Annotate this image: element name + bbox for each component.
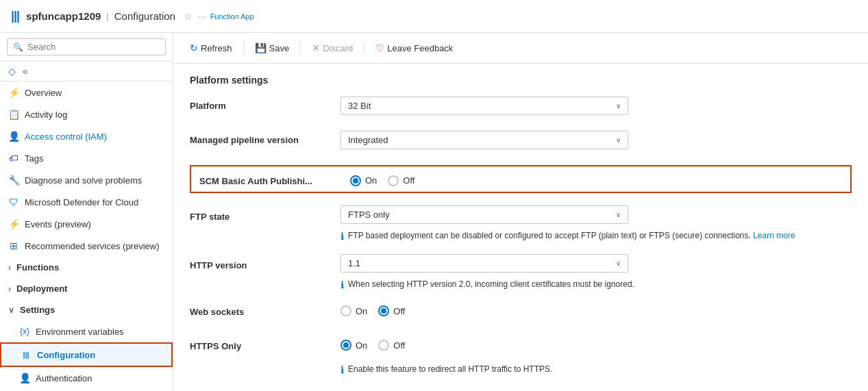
scm-on-option[interactable]: On <box>350 175 377 186</box>
managed-pipeline-field: Managed pipeline version Integrated ∨ <box>190 131 852 153</box>
sidebar-diamond-btn[interactable]: ◇ <box>7 64 17 78</box>
sidebar-item-env-vars[interactable]: {x} Environment variables <box>0 320 173 342</box>
http-version-control: 1.1 ∨ <box>340 254 628 273</box>
sidebar-item-access-control[interactable]: 👤 Access control (IAM) <box>0 125 173 147</box>
dots-icon[interactable]: ··· <box>198 11 206 22</box>
http-info: ℹ When selecting HTTP version 2.0, incom… <box>340 279 634 290</box>
ftp-info-icon: ℹ <box>340 231 344 242</box>
scm-basic-auth-field: SCM Basic Auth Publishi... On Off <box>190 165 852 193</box>
sidebar-item-events[interactable]: ⚡ Events (preview) <box>0 213 173 235</box>
sidebar-label-activity-log: Activity log <box>25 110 164 120</box>
web-sockets-on-radio[interactable] <box>340 305 351 316</box>
access-control-icon: 👤 <box>8 131 19 142</box>
sidebar-item-tags[interactable]: 🏷 Tags <box>0 147 173 169</box>
feedback-button[interactable]: ♡ Leave Feedback <box>370 40 458 56</box>
sidebar-group-settings[interactable]: ∨ Settings <box>0 299 173 320</box>
star-icon[interactable]: ☆ <box>184 11 193 22</box>
sidebar-item-overview[interactable]: ⚡ Overview <box>0 81 173 103</box>
header-separator: | <box>106 11 108 21</box>
toolbar-separator-1 <box>243 41 244 55</box>
sidebar-label-deployment: Deployment <box>16 283 164 294</box>
scm-off-radio[interactable] <box>388 175 399 186</box>
content-area: Platform settings Platform 32 Bit ∨ Mana… <box>173 64 868 391</box>
scm-on-label: On <box>365 175 377 186</box>
platform-control: 32 Bit ∨ <box>340 97 628 115</box>
configuration-icon: ||| <box>21 349 32 360</box>
activity-log-icon: 📋 <box>8 109 19 120</box>
sidebar-item-activity-log[interactable]: 📋 Activity log <box>0 103 173 125</box>
search-input[interactable] <box>27 42 160 52</box>
search-box[interactable]: 🔍 <box>7 38 166 55</box>
diagnose-icon: 🔧 <box>8 175 19 186</box>
platform-label: Platform <box>190 97 340 111</box>
web-sockets-off-radio[interactable] <box>378 305 389 316</box>
sidebar-item-diagnose[interactable]: 🔧 Diagnose and solve problems <box>0 169 173 191</box>
scm-radio-group: On Off <box>350 173 414 186</box>
platform-select[interactable]: 32 Bit ∨ <box>340 97 628 115</box>
recommended-icon: ⊞ <box>8 240 19 251</box>
https-only-info: ℹ Enable this feature to redirect all HT… <box>340 364 820 375</box>
https-only-info-text: Enable this feature to redirect all HTTP… <box>348 364 552 374</box>
web-sockets-radio-group: On Off <box>340 303 405 316</box>
save-button[interactable]: 💾 Save <box>249 40 295 56</box>
ftp-select[interactable]: FTPS only ∨ <box>340 205 628 224</box>
http-version-select[interactable]: 1.1 ∨ <box>340 254 628 273</box>
scm-off-label: Off <box>403 175 414 186</box>
ftp-learn-more-link[interactable]: Learn more <box>753 231 795 240</box>
sidebar-collapse-btn[interactable]: « <box>21 64 29 78</box>
sidebar-search-area: 🔍 <box>0 33 173 62</box>
web-sockets-label: Web sockets <box>190 303 340 317</box>
ftp-value: FTPS only <box>348 210 390 220</box>
sidebar-label-defender: Microsoft Defender for Cloud <box>25 197 164 207</box>
http-version-field: HTTP version 1.1 ∨ ℹ When selecting HTTP… <box>190 254 852 290</box>
https-only-info-icon: ℹ <box>340 364 344 375</box>
sidebar-items: ⚡ Overview 📋 Activity log 👤 Access contr… <box>0 81 173 391</box>
sidebar-item-recommended[interactable]: ⊞ Recommended services (preview) <box>0 235 173 257</box>
sidebar: 🔍 ◇ « ⚡ Overview 📋 Activity log 👤 Access… <box>0 33 173 391</box>
refresh-button[interactable]: ↻ Refresh <box>184 40 238 56</box>
web-sockets-off-option[interactable]: Off <box>378 305 405 316</box>
discard-icon: ✕ <box>312 42 320 53</box>
settings-chevron: ∨ <box>8 305 14 315</box>
feedback-icon: ♡ <box>375 42 384 53</box>
managed-pipeline-chevron: ∨ <box>616 136 621 144</box>
discard-button[interactable]: ✕ Discard <box>306 40 358 56</box>
scm-on-indicator <box>353 178 358 184</box>
https-only-on-option[interactable]: On <box>340 340 367 351</box>
http-version-chevron: ∨ <box>616 260 621 267</box>
feedback-label: Leave Feedback <box>387 43 453 53</box>
scm-off-option[interactable]: Off <box>388 175 414 186</box>
toolbar: ↻ Refresh 💾 Save ✕ Discard ♡ Leave Feedb… <box>173 33 868 64</box>
sidebar-item-defender[interactable]: 🛡 Microsoft Defender for Cloud <box>0 191 173 213</box>
sidebar-label-tags: Tags <box>25 153 164 164</box>
https-only-off-label: Off <box>393 340 405 351</box>
sidebar-item-authentication[interactable]: 👤 Authentication <box>0 367 173 389</box>
save-icon: 💾 <box>255 42 266 53</box>
toolbar-separator-3 <box>364 41 364 55</box>
tags-icon: 🏷 <box>8 153 19 164</box>
toolbar-separator-2 <box>300 41 301 55</box>
app-header: ||| spfuncapp1209 | Configuration ☆ ··· … <box>0 0 868 33</box>
search-icon: 🔍 <box>13 42 23 52</box>
managed-pipeline-label: Managed pipeline version <box>190 131 340 145</box>
ftp-label: FTP state <box>190 207 340 222</box>
https-only-off-option[interactable]: Off <box>378 340 405 351</box>
https-only-radio-group: On Off <box>340 337 405 351</box>
scm-on-radio[interactable] <box>350 175 361 186</box>
function-app-subtitle: Function App <box>210 12 254 21</box>
web-sockets-field: Web sockets On Off <box>190 303 852 325</box>
sidebar-group-deployment[interactable]: › Deployment <box>0 278 173 299</box>
https-only-row: HTTPS Only On Off <box>190 337 852 359</box>
https-only-off-radio[interactable] <box>378 340 389 351</box>
web-sockets-on-option[interactable]: On <box>340 305 367 316</box>
save-label: Save <box>269 43 290 53</box>
sidebar-label-diagnose: Diagnose and solve problems <box>25 175 164 186</box>
authentication-icon: 👤 <box>19 373 30 383</box>
managed-pipeline-select[interactable]: Integrated ∨ <box>340 131 628 149</box>
app-name: spfuncapp1209 <box>26 10 101 22</box>
sidebar-item-configuration[interactable]: ||| Configuration <box>0 342 173 367</box>
sidebar-group-functions[interactable]: › Functions <box>0 257 173 278</box>
http-info-text: When selecting HTTP version 2.0, incomin… <box>348 279 634 289</box>
https-only-on-radio[interactable] <box>340 340 351 351</box>
sidebar-label-settings: Settings <box>20 305 164 315</box>
